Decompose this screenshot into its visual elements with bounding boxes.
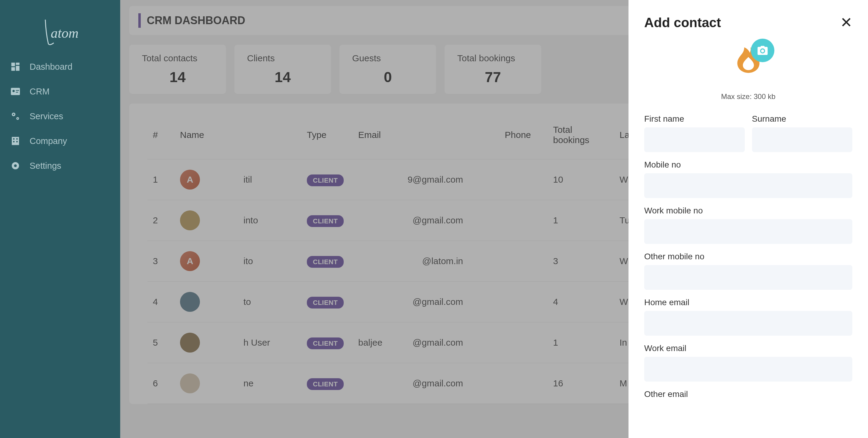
other-mobile-field[interactable] (644, 265, 852, 290)
sidebar-item-label: Dashboard (30, 62, 72, 72)
drawer-title: Add contact (644, 15, 721, 30)
first-name-field[interactable] (644, 127, 745, 152)
sidebar-item-label: Company (30, 136, 67, 146)
sidebar-item-label: Services (30, 111, 63, 121)
work-email-label: Work email (644, 343, 852, 353)
home-email-label: Home email (644, 298, 852, 307)
dashboard-icon (10, 61, 21, 72)
svg-rect-14 (13, 138, 15, 140)
sidebar-item-crm[interactable]: CRM (0, 79, 120, 104)
svg-point-6 (12, 90, 15, 92)
svg-rect-17 (16, 141, 18, 142)
svg-point-19 (14, 165, 17, 167)
svg-text:atom: atom (51, 25, 79, 41)
home-email-field[interactable] (644, 311, 852, 336)
work-email-field[interactable] (644, 357, 852, 381)
avatar-upload (727, 41, 770, 83)
max-size-text: Max size: 300 kb (644, 92, 852, 101)
brand-logo: atom (0, 0, 120, 54)
svg-rect-1 (11, 63, 15, 66)
svg-point-10 (13, 114, 14, 115)
svg-rect-13 (12, 137, 19, 145)
gears-icon (10, 110, 21, 122)
close-icon[interactable]: ✕ (840, 15, 852, 30)
svg-rect-8 (16, 92, 19, 93)
sidebar-item-label: CRM (30, 87, 50, 97)
svg-rect-15 (16, 138, 18, 140)
sidebar: atom Dashboard CRM Services Company (0, 0, 120, 438)
building-icon (10, 135, 21, 147)
svg-point-12 (17, 118, 18, 119)
sidebar-item-company[interactable]: Company (0, 129, 120, 153)
surname-field[interactable] (752, 127, 852, 152)
card-icon (10, 86, 21, 97)
work-mobile-label: Work mobile no (644, 206, 852, 215)
other-email-label: Other email (644, 390, 852, 399)
sidebar-item-services[interactable]: Services (0, 104, 120, 129)
svg-rect-16 (13, 141, 15, 142)
sidebar-item-dashboard[interactable]: Dashboard (0, 54, 120, 79)
svg-rect-7 (16, 90, 19, 91)
svg-rect-5 (11, 88, 20, 95)
sidebar-item-label: Settings (30, 161, 61, 171)
first-name-label: First name (644, 114, 745, 124)
svg-rect-2 (16, 63, 20, 65)
other-mobile-label: Other mobile no (644, 252, 852, 261)
surname-label: Surname (752, 114, 852, 124)
camera-upload-button[interactable] (751, 39, 774, 62)
sidebar-item-settings[interactable]: Settings (0, 153, 120, 178)
svg-rect-3 (16, 66, 20, 71)
mobile-label: Mobile no (644, 160, 852, 170)
add-contact-drawer: Add contact ✕ Max size: 300 kb First nam… (628, 0, 868, 438)
gear-icon (10, 160, 21, 171)
mobile-field[interactable] (644, 173, 852, 198)
svg-rect-4 (11, 67, 15, 71)
work-mobile-field[interactable] (644, 219, 852, 244)
